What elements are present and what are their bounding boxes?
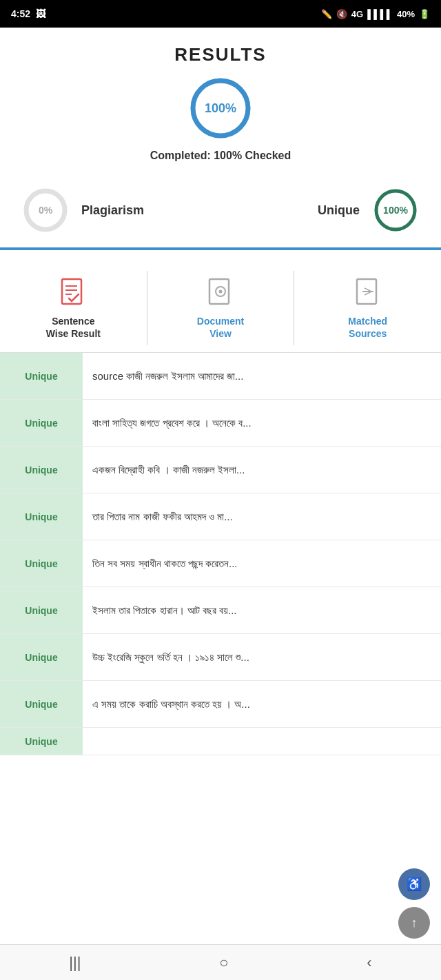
result-text-1: বাংলা সাহিত্য জগতে প্রবেশ করে । অনেকে ব.… — [83, 405, 441, 441]
tab-matched-sources-label: MatchedSources — [348, 315, 387, 340]
signal-text: 4G — [351, 9, 363, 19]
result-row[interactable]: Unique source কাজী নজরুল ইসলাম আমাদের জা… — [0, 353, 441, 400]
tab-sentence-wise-label: SentenceWise Result — [46, 315, 101, 340]
result-text-6: উচ্চ ইংরেজি স্কুলে ভর্তি হন । ১৯১৪ সালে … — [83, 639, 441, 675]
nav-bar: ||| ○ ‹ — [0, 944, 441, 980]
matched-sources-icon — [351, 276, 384, 309]
plagiarism-circle: 0% — [21, 185, 70, 235]
main-content: RESULTS 100% Completed: 100% Checked 0% … — [0, 28, 441, 755]
tab-document-view[interactable]: DocumentView — [147, 271, 295, 345]
stats-row: 0% Plagiarism Unique 100% — [0, 178, 441, 247]
progress-section: 100% Completed: 100% Checked — [0, 74, 441, 178]
plagiarism-label: Plagiarism — [81, 203, 144, 218]
page-title: RESULTS — [0, 28, 441, 74]
result-row[interactable]: Unique ইসলাম তার পিতাকে হারান। আট বছর বয… — [0, 587, 441, 634]
tabs-row: SentenceWise Result DocumentView Matched… — [0, 264, 441, 353]
signal-bars-icon: ▌▌▌▌ — [367, 9, 393, 19]
unique-circle: 100% — [371, 185, 420, 235]
result-row[interactable]: Unique তিন সব সময় স্বাধীন থাকতে পছন্দ ক… — [0, 540, 441, 587]
result-badge-5: Unique — [0, 587, 83, 633]
plagiarism-value: 0% — [39, 205, 52, 216]
status-bar-right: ✏️ 🔇 4G ▌▌▌▌ 40% 🔋 — [321, 9, 430, 19]
scroll-up-fab-button[interactable]: ↑ — [398, 907, 430, 939]
tab-sentence-wise[interactable]: SentenceWise Result — [0, 271, 147, 345]
mute-icon: 🔇 — [336, 9, 347, 19]
result-badge-partial: Unique — [0, 728, 83, 755]
result-row[interactable]: Unique তার পিতার নাম কাজী ফকীর আহমদ ও মা… — [0, 493, 441, 540]
time: 4:52 — [11, 8, 30, 19]
result-badge-3: Unique — [0, 493, 83, 540]
result-badge-6: Unique — [0, 634, 83, 680]
result-row-partial: Unique — [0, 728, 441, 755]
result-text-4: তিন সব সময় স্বাধীন থাকতে পছন্দ করেতন... — [83, 545, 441, 582]
nav-menu-button[interactable]: ||| — [48, 948, 101, 977]
result-text-3: তার পিতার নাম কাজী ফকীর আহমদ ও মা... — [83, 498, 441, 535]
pencil-icon: ✏️ — [321, 9, 332, 19]
progress-circle: 100% — [186, 74, 255, 143]
accessibility-fab-button[interactable]: ♿ — [398, 868, 430, 900]
status-bar: 4:52 🖼 ✏️ 🔇 4G ▌▌▌▌ 40% 🔋 — [0, 0, 441, 28]
result-text-5: ইসলাম তার পিতাকে হারান। আট বছর বয়... — [83, 592, 441, 629]
result-row[interactable]: Unique বাংলা সাহিত্য জগতে প্রবেশ করে । অ… — [0, 400, 441, 447]
svg-point-12 — [219, 290, 223, 294]
result-row[interactable]: Unique একজন বিদ্রোহী কবি । কাজী নজরুল ইস… — [0, 447, 441, 493]
tab-document-view-label: DocumentView — [197, 315, 244, 340]
status-bar-left: 4:52 🖼 — [11, 8, 45, 19]
nav-back-button[interactable]: ‹ — [346, 948, 392, 977]
results-list: Unique source কাজী নজরুল ইসলাম আমাদের জা… — [0, 353, 441, 755]
result-badge-1: Unique — [0, 400, 83, 446]
result-badge-0: Unique — [0, 353, 83, 399]
result-text-partial — [83, 731, 441, 753]
result-text-2: একজন বিদ্রোহী কবি । কাজী নজরুল ইসলা... — [83, 451, 441, 488]
nav-home-button[interactable]: ○ — [198, 948, 249, 977]
result-row[interactable]: Unique এ সময় তাকে করাচি অবস্থান করতে হয… — [0, 681, 441, 728]
result-badge-4: Unique — [0, 540, 83, 586]
result-badge-2: Unique — [0, 447, 83, 493]
document-view-icon — [204, 276, 237, 309]
blue-progress-bar — [0, 247, 441, 250]
result-badge-7: Unique — [0, 681, 83, 727]
sentence-wise-icon — [57, 276, 90, 309]
result-text-7: এ সময় তাকে করাচি অবস্থান করতে হয় । অ..… — [83, 686, 441, 722]
battery-icon: 🔋 — [419, 9, 430, 19]
fab-area: ♿ ↑ — [398, 868, 430, 939]
battery-text: 40% — [397, 9, 415, 19]
result-text-0: source কাজী নজরুল ইসলাম আমাদের জা... — [83, 358, 441, 394]
result-row[interactable]: Unique উচ্চ ইংরেজি স্কুলে ভর্তি হন । ১৯১… — [0, 634, 441, 681]
unique-value: 100% — [383, 205, 408, 216]
tab-matched-sources[interactable]: MatchedSources — [294, 271, 441, 345]
completed-text: Completed: 100% Checked — [150, 150, 291, 162]
progress-percent: 100% — [205, 101, 236, 116]
unique-stat: Unique 100% — [318, 185, 420, 235]
plagiarism-stat: 0% Plagiarism — [21, 185, 144, 235]
photo-icon: 🖼 — [36, 8, 45, 19]
unique-label: Unique — [318, 203, 360, 218]
